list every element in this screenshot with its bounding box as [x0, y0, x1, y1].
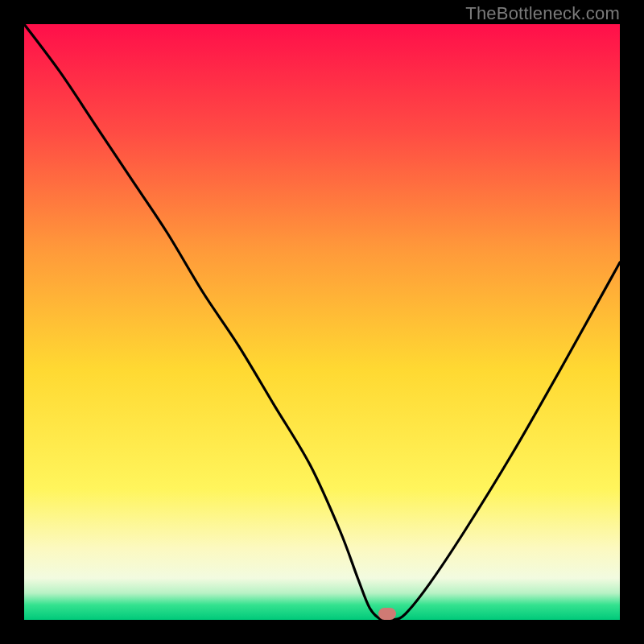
curve-path	[24, 24, 620, 620]
plot-area	[24, 24, 620, 620]
optimum-marker	[378, 608, 396, 620]
chart-frame: TheBottleneck.com	[0, 0, 644, 644]
attribution-text: TheBottleneck.com	[465, 3, 620, 24]
bottleneck-curve	[24, 24, 620, 620]
